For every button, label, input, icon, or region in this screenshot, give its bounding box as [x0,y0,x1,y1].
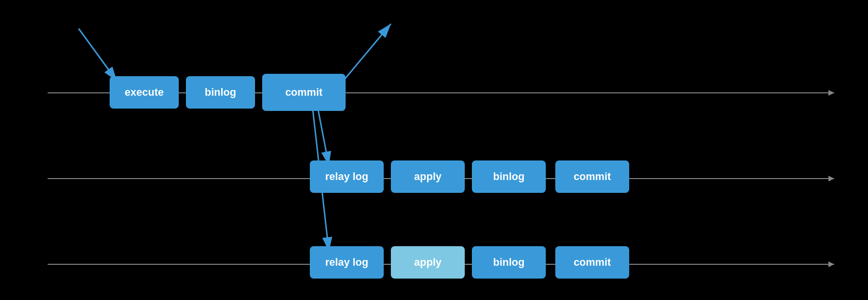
svg-line-8 [79,29,117,81]
binlog-master-box: binlog [186,76,255,109]
svg-marker-5 [828,261,834,267]
binlog-1-box: binlog [472,160,546,193]
execute-box: execute [110,76,179,109]
apply-2-box: apply [391,246,465,279]
commit-master-box: commit [262,74,346,111]
commit-1-box: commit [555,160,629,193]
relay-log-2-box: relay log [310,246,384,279]
svg-marker-1 [828,90,834,96]
commit-2-box: commit [555,246,629,279]
svg-line-9 [343,24,391,81]
binlog-2-box: binlog [472,246,546,279]
apply-1-box: apply [391,160,465,193]
relay-log-1-box: relay log [310,160,384,193]
svg-marker-3 [828,176,834,181]
